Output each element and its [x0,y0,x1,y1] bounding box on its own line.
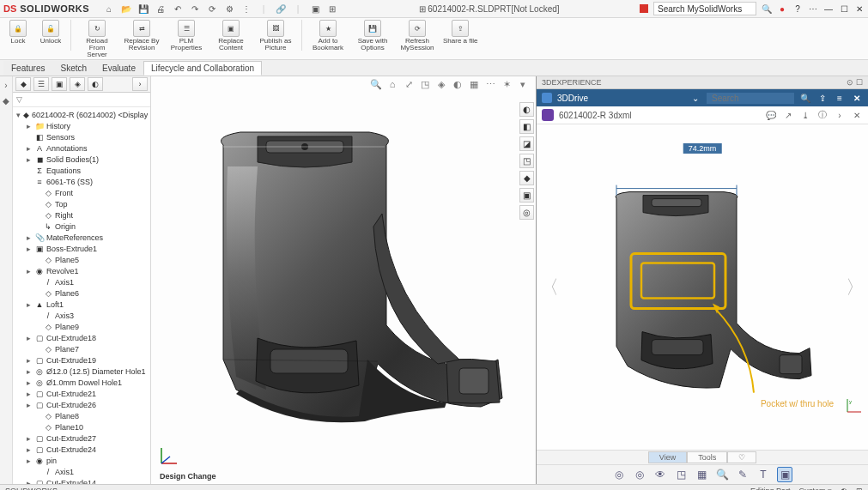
tree-node[interactable]: ◇Plane10 [13,421,150,433]
part-icon[interactable]: ◆ [1,95,11,106]
tree-node[interactable]: /Axis1 [13,466,150,477]
tree-node[interactable]: ▸▢Cut-Extrude18 [13,332,150,343]
tree-node[interactable]: ◇Plane9 [13,321,150,332]
minimize-icon[interactable]: — [823,3,834,14]
tree-node[interactable]: ΣEquations [13,165,150,176]
hud-tool-icon[interactable]: ✶ [501,78,513,90]
tree-node[interactable]: ▸AAnnotations [13,142,150,154]
redo-icon[interactable]: ↷ [189,3,201,15]
help-icon[interactable]: ? [792,3,803,14]
fm-tab-display[interactable]: ◐ [88,77,103,91]
ribbon-unlock[interactable]: 🔓Unlock [36,20,65,45]
drive-close-icon[interactable]: ✕ [851,92,863,104]
fm-tab-tree[interactable]: ◆ [15,77,31,91]
tree-node[interactable]: ▸▢Cut-Extrude14 [13,477,150,484]
tree-node[interactable]: /Axis1 [13,276,150,287]
tree-node[interactable]: ▸◼Solid Bodies(1) [13,154,150,165]
tab-features[interactable]: Features [3,61,52,76]
tree-node[interactable]: ▸📎MateReferences [13,232,150,243]
tab-sketch[interactable]: Sketch [52,61,94,76]
ribbon-share-a-file[interactable]: ⇪Share a file [441,20,479,45]
tree-node[interactable]: /Axis3 [13,310,150,321]
search-icon[interactable]: 🔍 [762,3,772,14]
tree-node[interactable]: ▸◉Revolve1 [13,265,150,276]
print-icon[interactable]: 🖨 [155,3,167,15]
preview-tool-icon[interactable]: ▦ [695,468,708,481]
preview-tool-icon[interactable]: ✎ [736,468,750,481]
fm-tab-prop[interactable]: ☰ [33,77,49,91]
maximize-icon[interactable]: ☐ [839,3,849,14]
close-icon[interactable]: ✕ [854,3,865,14]
notifications-icon[interactable]: ⋯ [808,3,818,14]
tree-node[interactable]: ◇Plane7 [13,343,150,354]
tree-node[interactable]: ◇Right [13,209,150,221]
panel-close-icon[interactable]: ☐ [856,78,863,87]
ribbon-replace-by-revision[interactable]: ⇄Replace By Revision [121,20,162,51]
status-units[interactable]: Custom ▾ [798,487,832,490]
prev-icon[interactable]: 〈 [540,275,559,300]
undo-icon[interactable]: ↶ [172,3,184,15]
preview-viewport[interactable]: 〈 〉 74.2mm [537,124,868,450]
preview-tab-view[interactable]: View [648,451,687,463]
search-mysolidworks-input[interactable]: Search MySolidWorks [653,2,756,15]
favorite-icon[interactable]: ♡ [727,451,756,463]
download-icon[interactable]: ⤓ [799,109,811,121]
preview-tool-icon[interactable]: 👁 [653,468,667,481]
tree-node[interactable]: ▸◎Ø12.0 (12.5) Diameter Hole1 [13,366,150,377]
more-icon[interactable]: › [834,109,846,121]
drive-search-input[interactable] [707,93,794,104]
status-icon[interactable]: ◐ [841,487,847,490]
tree-node[interactable]: ◇Plane6 [13,287,150,299]
ribbon-lock[interactable]: 🔒Lock [3,20,33,45]
tree-node[interactable]: ◇Top [13,198,150,209]
hud-tool-icon[interactable]: ◳ [419,78,431,90]
status-icon[interactable]: ⊞ [856,487,863,490]
drive-search-icon[interactable]: 🔍 [799,92,811,104]
fm-tab-dim[interactable]: ◈ [70,77,85,91]
reshare-icon[interactable]: ↗ [782,109,794,121]
ribbon-plm-properties[interactable]: ☰PLM Properties [166,20,207,51]
tree-node[interactable]: ▸▢Cut-Extrude21 [13,388,150,399]
tree-node[interactable]: ◇Front [13,187,150,198]
tree-node[interactable]: ↳Origin [13,221,150,232]
user-icon[interactable]: ● [777,3,787,14]
fm-tab-expand[interactable]: › [132,77,148,91]
tree-node[interactable]: ▸▣Boss-Extrude1 [13,243,150,254]
preview-tool-icon[interactable]: ◎ [633,468,646,481]
pin-icon[interactable]: ⊙ [847,78,853,87]
ds-cloud-icon[interactable] [640,4,648,13]
save-icon[interactable]: 💾 [137,3,149,15]
preview-tool-icon[interactable]: ▣ [777,467,792,482]
rebuild-icon[interactable]: ⟳ [206,3,218,15]
settings-icon[interactable]: ⚙ [223,3,235,15]
tree-node[interactable]: ▸▢Cut-Extrude26 [13,399,150,410]
tree-filter[interactable]: ▽ [13,93,150,107]
preview-tool-icon[interactable]: ◳ [674,468,688,481]
preview-tab-tools[interactable]: Tools [687,451,727,463]
tree-node[interactable]: ◇Plane5 [13,254,150,265]
tree-node[interactable]: ◇Plane8 [13,410,150,421]
ribbon-save-with-options[interactable]: 💾Save with Options [352,20,393,51]
tree-node[interactable]: ▸📁History [13,120,150,131]
tree-root[interactable]: ▾◆60214002-R (60214002) <Display St… [13,109,150,120]
next-icon[interactable]: 〉 [846,275,865,300]
tree-node[interactable]: ≡6061-T6 (SS) [13,176,150,187]
ribbon-publish-as-picture[interactable]: 🖼Publish as Picture [255,20,296,51]
tab-evaluate[interactable]: Evaluate [94,61,143,76]
options-icon[interactable]: ⋮ [240,3,252,15]
tree-node[interactable]: ▸▢Cut-Extrude24 [13,444,150,455]
hud-tool-icon[interactable]: ▦ [468,78,480,90]
share-icon[interactable]: ⇪ [816,92,829,104]
hud-tool-icon[interactable]: ◐ [452,78,464,90]
hud-tool-icon[interactable]: 🔍 [370,78,382,90]
tree-node[interactable]: ▸▲Loft1 [13,299,150,310]
ribbon-replace-content[interactable]: ▣Replace Content [210,20,252,51]
preview-tool-icon[interactable]: ◎ [612,468,626,481]
comment-icon[interactable]: 💬 [765,109,777,121]
ribbon-add-to-bookmark[interactable]: ★Add to Bookmark [307,20,349,51]
tree-node[interactable]: ▸▢Cut-Extrude27 [13,433,150,444]
tree-node[interactable]: ▸▢Cut-Extrude19 [13,354,150,366]
hud-tool-icon[interactable]: ⤢ [403,78,415,90]
tree-node[interactable]: ▸◎Ø1.0mm Dowel Hole1 [13,377,150,388]
box-icon[interactable]: ▣ [309,3,321,15]
